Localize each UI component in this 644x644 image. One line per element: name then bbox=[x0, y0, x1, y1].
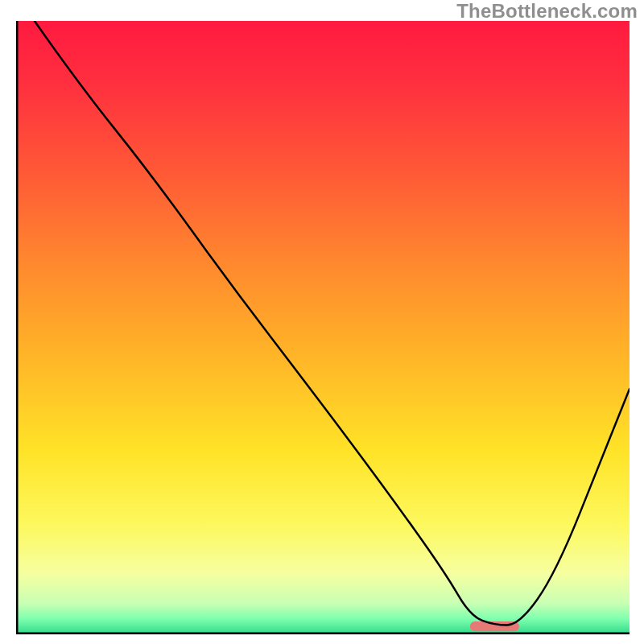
watermark-text: TheBottleneck.com bbox=[456, 0, 638, 23]
gradient-background bbox=[16, 21, 630, 634]
optimal-marker bbox=[470, 621, 519, 631]
bottleneck-chart bbox=[16, 21, 630, 634]
chart-area bbox=[16, 21, 630, 634]
